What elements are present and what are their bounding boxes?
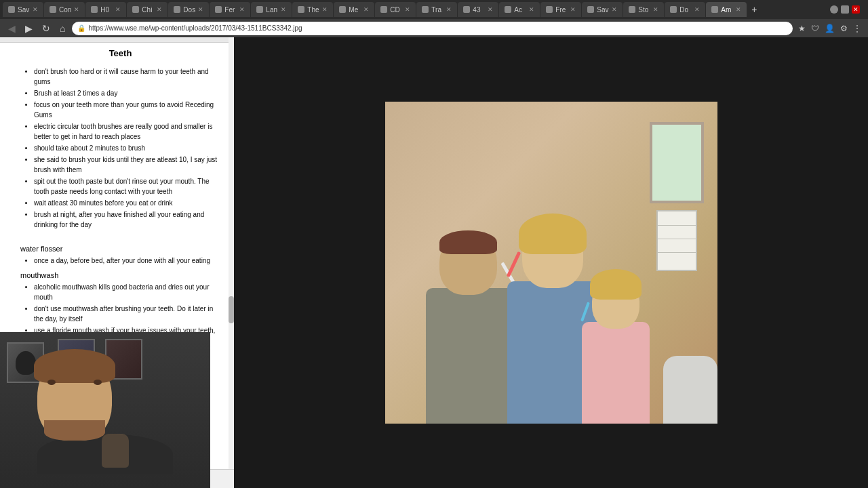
tab-me[interactable]: Me ✕ xyxy=(334,2,374,17)
tab-close[interactable]: ✕ xyxy=(488,6,493,13)
browser-panel xyxy=(234,37,868,488)
tab-fre[interactable]: Fre ✕ xyxy=(540,2,581,17)
tab-close[interactable]: ✕ xyxy=(736,6,741,13)
tab-close[interactable]: ✕ xyxy=(529,6,534,13)
man-body xyxy=(426,288,514,424)
list-item: focus on your teeth more than your gums … xyxy=(34,100,220,120)
tab-sto[interactable]: Sto ✕ xyxy=(623,2,664,17)
bathroom-window xyxy=(650,122,704,203)
man-hair xyxy=(439,230,497,254)
list-item: alcoholic mouthwash kills good bacteria … xyxy=(34,282,220,302)
tab-fer[interactable]: Fer ✕ xyxy=(210,2,250,17)
webcam-scene xyxy=(0,332,210,488)
list-item: spit out the tooth paste but don't rinse… xyxy=(34,176,220,197)
forward-button[interactable]: ▶ xyxy=(22,22,35,35)
nav-bar: ◀ ▶ ↻ ⌂ 🔒 https://www.wse.me/wp-content/… xyxy=(0,19,868,37)
lock-icon: 🔒 xyxy=(77,24,85,32)
tab-close[interactable]: ✕ xyxy=(33,6,38,13)
tab-dos[interactable]: Dos ✕ xyxy=(168,2,209,17)
woman-head xyxy=(522,220,583,288)
tab-ac[interactable]: Ac ✕ xyxy=(499,2,540,17)
towel-line xyxy=(658,252,696,253)
tab-tra[interactable]: Tra ✕ xyxy=(416,2,457,17)
refresh-button[interactable]: ↻ xyxy=(39,22,53,35)
tab-am-active[interactable]: Am ✕ xyxy=(706,2,747,17)
towel-stack xyxy=(656,210,697,271)
tab-close[interactable]: ✕ xyxy=(157,6,162,13)
bookmarks-icon[interactable]: ★ xyxy=(797,22,807,35)
maximize-button[interactable] xyxy=(841,5,849,14)
home-button[interactable]: ⌂ xyxy=(57,22,68,35)
tab-the[interactable]: The ✕ xyxy=(292,2,333,17)
tab-favicon xyxy=(380,6,387,13)
tab-close[interactable]: ✕ xyxy=(570,6,576,13)
shield-icon[interactable]: 🛡 xyxy=(810,22,821,35)
family-brushing-image xyxy=(385,102,717,424)
child-body xyxy=(582,322,650,424)
tab-close[interactable]: ✕ xyxy=(446,6,452,13)
tab-close[interactable]: ✕ xyxy=(322,6,328,13)
menu-icon[interactable]: ⋮ xyxy=(852,22,863,35)
tab-favicon xyxy=(505,6,511,13)
tab-favicon xyxy=(91,6,98,13)
profile-icon[interactable]: 👤 xyxy=(823,22,836,35)
tab-close[interactable]: ✕ xyxy=(74,6,79,13)
tab-cd[interactable]: CD ✕ xyxy=(375,2,416,17)
tab-con[interactable]: Con ✕ xyxy=(44,2,85,17)
tab-close[interactable]: ✕ xyxy=(363,6,369,13)
tab-close[interactable]: ✕ xyxy=(405,6,410,13)
tab-lan[interactable]: Lan ✕ xyxy=(251,2,292,17)
tab-favicon xyxy=(174,6,180,13)
extensions-icon[interactable]: ⚙ xyxy=(839,22,849,35)
tab-favicon xyxy=(463,6,470,13)
nav-icons-right: ★ 🛡 👤 ⚙ ⋮ xyxy=(797,22,863,35)
person-beard xyxy=(44,420,105,441)
tab-bar: Sav ✕ Con ✕ H0 ✕ Chi ✕ Dos ✕ Fer ✕ xyxy=(0,0,868,19)
tab-favicon xyxy=(256,6,263,13)
close-button[interactable]: ✕ xyxy=(852,5,860,14)
tab-favicon xyxy=(587,6,594,13)
list-item: electric circular tooth brushes are real… xyxy=(34,121,220,142)
address-bar[interactable]: 🔒 https://www.wse.me/wp-content/uploads/… xyxy=(72,22,793,35)
child-head xyxy=(592,274,639,329)
list-item: should take about 2 minutes to brush xyxy=(34,143,220,153)
address-text: https://www.wse.me/wp-content/uploads/20… xyxy=(88,24,302,32)
webcam-overlay xyxy=(0,332,210,488)
tab-favicon xyxy=(422,6,429,13)
tab-favicon xyxy=(629,6,635,13)
list-item: wait atleast 30 minutes before you eat o… xyxy=(34,198,220,208)
tab-chi[interactable]: Chi ✕ xyxy=(127,2,167,17)
tab-close[interactable]: ✕ xyxy=(653,6,658,13)
tab-favicon xyxy=(50,6,56,13)
tab-close[interactable]: ✕ xyxy=(281,6,286,13)
tab-favicon xyxy=(8,6,15,13)
new-tab-button[interactable]: + xyxy=(747,4,761,15)
tab-close[interactable]: ✕ xyxy=(694,6,700,13)
person-hair xyxy=(34,349,115,383)
tab-h0[interactable]: H0 ✕ xyxy=(85,2,126,17)
tab-sav2[interactable]: Sav ✕ xyxy=(582,2,623,17)
toothbrush-woman xyxy=(506,251,520,277)
tab-close[interactable]: ✕ xyxy=(198,6,203,13)
list-item: once a day, before bed, after your done … xyxy=(34,256,220,266)
tab-favicon xyxy=(298,6,304,13)
tab-favicon xyxy=(132,6,139,13)
man-head xyxy=(439,230,497,295)
tab-close[interactable]: ✕ xyxy=(612,6,617,13)
toothbrush-child xyxy=(580,302,589,322)
child-hair xyxy=(590,269,642,300)
minimize-button[interactable] xyxy=(830,5,838,14)
tab-favicon xyxy=(215,6,222,13)
back-button[interactable]: ◀ xyxy=(5,22,18,35)
tab-do[interactable]: Do ✕ xyxy=(665,2,705,17)
tab-close[interactable]: ✕ xyxy=(239,6,245,13)
person-man xyxy=(426,166,514,424)
tab-close[interactable]: ✕ xyxy=(115,6,121,13)
doc-scrollbar[interactable] xyxy=(229,37,234,469)
tab-43[interactable]: 43 ✕ xyxy=(458,2,498,17)
tab-sav1[interactable]: Sav ✕ xyxy=(3,2,43,17)
list-item: don't use mouthwash after brushing your … xyxy=(34,304,220,324)
doc-title: Teeth xyxy=(20,48,220,58)
list-item: Brush at least 2 times a day xyxy=(34,88,220,98)
doc-scrollbar-thumb[interactable] xyxy=(229,296,234,323)
